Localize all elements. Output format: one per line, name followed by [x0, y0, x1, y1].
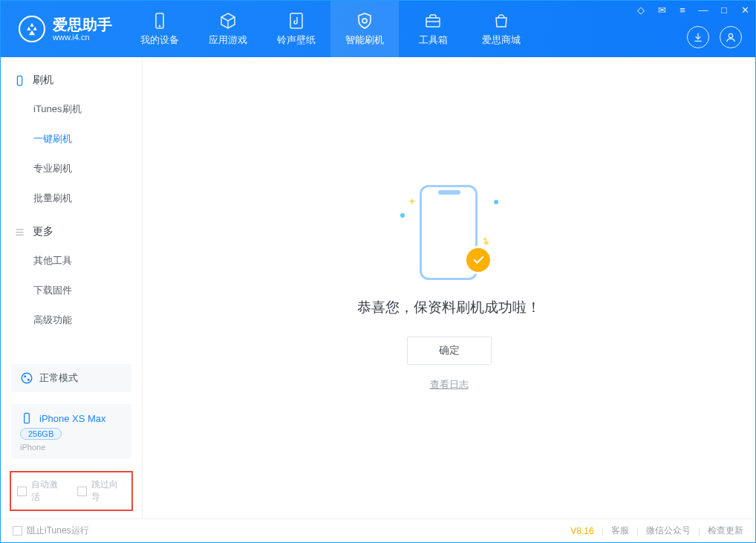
sidebar-section-more: 更多 其他工具 下载固件 高级功能 [1, 218, 142, 335]
skin-icon[interactable]: ◇ [635, 4, 647, 16]
skip-guide-checkbox[interactable]: 跳过向导 [77, 478, 126, 504]
maximize-button[interactable]: □ [718, 4, 730, 16]
mode-label: 正常模式 [39, 371, 78, 385]
menu-icon[interactable]: ≡ [677, 4, 688, 16]
result-title: 恭喜您，保资料刷机成功啦！ [357, 298, 541, 317]
app-body: 刷机 iTunes刷机 一键刷机 专业刷机 批量刷机 更多 其他工具 下载固件 … [1, 57, 755, 518]
footer-link-update[interactable]: 检查更新 [708, 524, 743, 537]
nav-label: 工具箱 [419, 33, 448, 47]
sidebar-header-label: 刷机 [33, 74, 53, 87]
nav-label: 爱思商城 [482, 33, 521, 47]
download-button[interactable] [687, 26, 709, 48]
sidebar-item-oneclick-flash[interactable]: 一键刷机 [1, 124, 142, 154]
mode-icon [20, 371, 33, 385]
nav-toolbox[interactable]: 工具箱 [399, 1, 467, 57]
sidebar-item-batch-flash[interactable]: 批量刷机 [1, 183, 142, 213]
success-illustration: ✦ ✦ [390, 185, 509, 282]
star-icon: ✦ [408, 195, 417, 207]
brand-site: www.i4.cn [53, 33, 112, 42]
nav-label: 铃声壁纸 [277, 33, 316, 47]
auto-activate-checkbox[interactable]: 自动激活 [17, 478, 65, 504]
checkbox-label: 自动激活 [31, 478, 65, 504]
device-type: iPhone [20, 443, 45, 452]
sidebar-header-label: 更多 [33, 225, 53, 238]
checkbox-label: 跳过向导 [91, 478, 126, 504]
sidebar-header-flash[interactable]: 刷机 [1, 66, 142, 94]
checkbox-icon [77, 487, 87, 496]
header-actions [687, 26, 742, 48]
svg-point-1 [159, 25, 160, 27]
cube-icon [218, 11, 238, 30]
checkbox-icon [17, 487, 27, 496]
minimize-button[interactable]: — [697, 4, 709, 16]
check-badge-icon [464, 246, 492, 274]
device-name: iPhone XS Max [39, 413, 106, 424]
toolbox-icon [423, 11, 443, 30]
sidebar-item-itunes-flash[interactable]: iTunes刷机 [1, 94, 142, 124]
sidebar-header-more[interactable]: 更多 [1, 218, 142, 246]
top-nav: 我的设备 应用游戏 铃声壁纸 智能刷机 工具箱 爱思商城 [126, 1, 535, 57]
block-itunes-checkbox[interactable]: 阻止iTunes运行 [13, 524, 89, 537]
app-logo-icon [19, 16, 45, 42]
bag-icon [492, 11, 511, 30]
list-icon [14, 227, 25, 238]
device-icon [20, 412, 33, 425]
svg-rect-5 [17, 76, 22, 85]
device-storage-badge: 256GB [20, 428, 62, 440]
sidebar-section-flash: 刷机 iTunes刷机 一键刷机 专业刷机 批量刷机 [1, 66, 142, 213]
footer-link-support[interactable]: 客服 [611, 524, 629, 537]
user-button[interactable] [720, 26, 742, 48]
close-button[interactable]: ✕ [739, 4, 751, 16]
logo-text: 爱思助手 www.i4.cn [53, 16, 112, 42]
status-bar: 阻止iTunes运行 V8.16 | 客服 | 微信公众号 | 检查更新 [1, 518, 755, 542]
phone-icon [150, 11, 169, 30]
nav-my-device[interactable]: 我的设备 [126, 1, 194, 57]
shield-refresh-icon [355, 11, 374, 30]
view-log-link[interactable]: 查看日志 [430, 378, 469, 391]
svg-point-8 [27, 379, 30, 381]
sidebar-item-pro-flash[interactable]: 专业刷机 [1, 154, 142, 183]
mode-box[interactable]: 正常模式 [11, 364, 131, 392]
nav-label: 应用游戏 [209, 33, 247, 47]
window-controls: ◇ ✉ ≡ — □ ✕ [635, 4, 751, 16]
phone-small-icon [14, 75, 25, 86]
feedback-icon[interactable]: ✉ [656, 4, 668, 16]
music-icon [287, 11, 306, 30]
nav-apps-games[interactable]: 应用游戏 [194, 1, 262, 57]
footer-right: V8.16 | 客服 | 微信公众号 | 检查更新 [570, 524, 743, 537]
nav-label: 我的设备 [140, 33, 179, 47]
sidebar-item-download-firmware[interactable]: 下载固件 [1, 276, 142, 305]
result-panel: ✦ ✦ 恭喜您，保资料刷机成功啦！ 确定 查看日志 [357, 185, 541, 391]
sidebar-item-other-tools[interactable]: 其他工具 [1, 246, 142, 276]
highlighted-options: 自动激活 跳过向导 [10, 471, 133, 511]
nav-store[interactable]: 爱思商城 [467, 1, 535, 57]
device-box[interactable]: iPhone XS Max 256GB iPhone [11, 404, 131, 459]
checkbox-label: 阻止iTunes运行 [27, 524, 89, 537]
svg-point-6 [22, 373, 32, 383]
brand-name: 爱思助手 [53, 16, 112, 33]
logo-area: 爱思助手 www.i4.cn [1, 16, 126, 42]
sparkle-icon [494, 200, 498, 204]
svg-rect-2 [290, 13, 302, 28]
svg-point-4 [729, 33, 732, 37]
nav-ringtones-wallpapers[interactable]: 铃声壁纸 [262, 1, 330, 57]
version-label: V8.16 [570, 526, 593, 536]
svg-rect-3 [426, 18, 440, 27]
app-header: 爱思助手 www.i4.cn 我的设备 应用游戏 铃声壁纸 智能刷机 工具箱 爱… [1, 1, 755, 57]
sidebar-item-advanced[interactable]: 高级功能 [1, 305, 142, 335]
sidebar: 刷机 iTunes刷机 一键刷机 专业刷机 批量刷机 更多 其他工具 下载固件 … [1, 57, 143, 518]
sparkle-icon [400, 213, 405, 218]
checkbox-icon [13, 526, 22, 536]
nav-label: 智能刷机 [345, 33, 384, 47]
footer-link-wechat[interactable]: 微信公众号 [646, 524, 691, 537]
main-content: ✦ ✦ 恭喜您，保资料刷机成功啦！ 确定 查看日志 [143, 57, 755, 518]
svg-point-7 [24, 375, 26, 377]
star-icon: ✦ [482, 237, 491, 249]
svg-rect-9 [25, 413, 30, 423]
nav-smart-flash[interactable]: 智能刷机 [330, 1, 399, 57]
confirm-button[interactable]: 确定 [407, 336, 492, 365]
